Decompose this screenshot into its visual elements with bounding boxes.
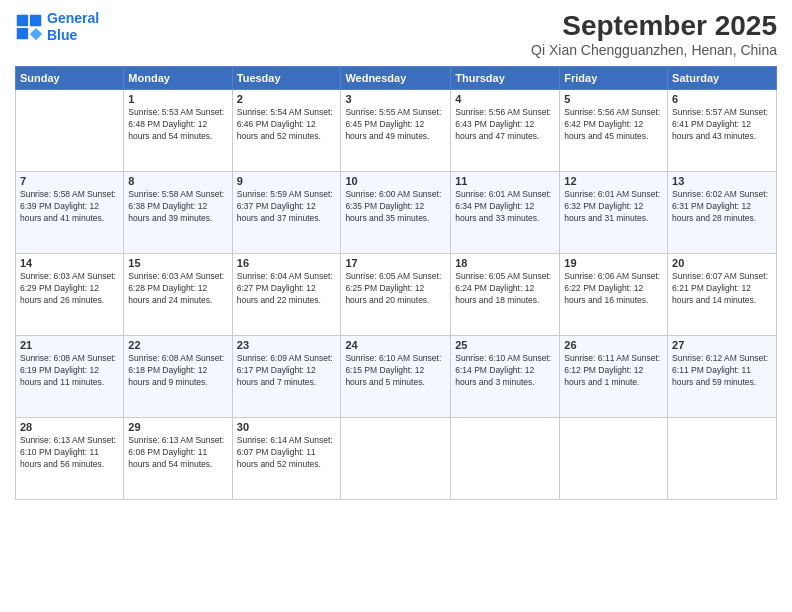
day-number: 12 [564, 175, 663, 187]
day-number: 11 [455, 175, 555, 187]
day-number: 15 [128, 257, 227, 269]
day-info: Sunrise: 5:56 AM Sunset: 6:42 PM Dayligh… [564, 107, 663, 143]
day-info: Sunrise: 6:13 AM Sunset: 6:10 PM Dayligh… [20, 435, 119, 471]
table-row: 27Sunrise: 6:12 AM Sunset: 6:11 PM Dayli… [668, 336, 777, 418]
day-info: Sunrise: 5:58 AM Sunset: 6:38 PM Dayligh… [128, 189, 227, 225]
table-row: 1Sunrise: 5:53 AM Sunset: 6:48 PM Daylig… [124, 90, 232, 172]
table-row: 9Sunrise: 5:59 AM Sunset: 6:37 PM Daylig… [232, 172, 341, 254]
svg-rect-1 [30, 15, 41, 26]
day-number: 23 [237, 339, 337, 351]
title-block: September 2025 Qi Xian Chengguanzhen, He… [531, 10, 777, 58]
table-row: 2Sunrise: 5:54 AM Sunset: 6:46 PM Daylig… [232, 90, 341, 172]
col-tuesday: Tuesday [232, 67, 341, 90]
col-thursday: Thursday [451, 67, 560, 90]
calendar-week-4: 21Sunrise: 6:08 AM Sunset: 6:19 PM Dayli… [16, 336, 777, 418]
table-row [341, 418, 451, 500]
day-number: 17 [345, 257, 446, 269]
day-info: Sunrise: 6:12 AM Sunset: 6:11 PM Dayligh… [672, 353, 772, 389]
day-number: 9 [237, 175, 337, 187]
table-row: 12Sunrise: 6:01 AM Sunset: 6:32 PM Dayli… [560, 172, 668, 254]
day-info: Sunrise: 6:11 AM Sunset: 6:12 PM Dayligh… [564, 353, 663, 389]
col-wednesday: Wednesday [341, 67, 451, 90]
col-saturday: Saturday [668, 67, 777, 90]
day-number: 8 [128, 175, 227, 187]
table-row: 16Sunrise: 6:04 AM Sunset: 6:27 PM Dayli… [232, 254, 341, 336]
table-row: 23Sunrise: 6:09 AM Sunset: 6:17 PM Dayli… [232, 336, 341, 418]
day-number: 16 [237, 257, 337, 269]
day-info: Sunrise: 5:59 AM Sunset: 6:37 PM Dayligh… [237, 189, 337, 225]
day-number: 18 [455, 257, 555, 269]
table-row: 7Sunrise: 5:58 AM Sunset: 6:39 PM Daylig… [16, 172, 124, 254]
col-friday: Friday [560, 67, 668, 90]
table-row: 26Sunrise: 6:11 AM Sunset: 6:12 PM Dayli… [560, 336, 668, 418]
day-info: Sunrise: 6:08 AM Sunset: 6:18 PM Dayligh… [128, 353, 227, 389]
day-number: 1 [128, 93, 227, 105]
logo: General Blue [15, 10, 99, 44]
day-info: Sunrise: 5:56 AM Sunset: 6:43 PM Dayligh… [455, 107, 555, 143]
day-number: 24 [345, 339, 446, 351]
day-number: 28 [20, 421, 119, 433]
day-info: Sunrise: 6:01 AM Sunset: 6:34 PM Dayligh… [455, 189, 555, 225]
day-number: 7 [20, 175, 119, 187]
day-info: Sunrise: 6:04 AM Sunset: 6:27 PM Dayligh… [237, 271, 337, 307]
calendar-week-3: 14Sunrise: 6:03 AM Sunset: 6:29 PM Dayli… [16, 254, 777, 336]
table-row [16, 90, 124, 172]
day-info: Sunrise: 5:55 AM Sunset: 6:45 PM Dayligh… [345, 107, 446, 143]
calendar-header-row: Sunday Monday Tuesday Wednesday Thursday… [16, 67, 777, 90]
day-info: Sunrise: 6:10 AM Sunset: 6:14 PM Dayligh… [455, 353, 555, 389]
day-number: 4 [455, 93, 555, 105]
page: General Blue September 2025 Qi Xian Chen… [0, 0, 792, 612]
day-info: Sunrise: 5:53 AM Sunset: 6:48 PM Dayligh… [128, 107, 227, 143]
table-row: 19Sunrise: 6:06 AM Sunset: 6:22 PM Dayli… [560, 254, 668, 336]
day-number: 26 [564, 339, 663, 351]
table-row: 28Sunrise: 6:13 AM Sunset: 6:10 PM Dayli… [16, 418, 124, 500]
day-number: 22 [128, 339, 227, 351]
table-row: 13Sunrise: 6:02 AM Sunset: 6:31 PM Dayli… [668, 172, 777, 254]
logo-icon [15, 13, 43, 41]
logo-line2: Blue [47, 27, 77, 43]
table-row: 24Sunrise: 6:10 AM Sunset: 6:15 PM Dayli… [341, 336, 451, 418]
calendar-table: Sunday Monday Tuesday Wednesday Thursday… [15, 66, 777, 500]
day-number: 19 [564, 257, 663, 269]
day-info: Sunrise: 6:06 AM Sunset: 6:22 PM Dayligh… [564, 271, 663, 307]
day-info: Sunrise: 6:01 AM Sunset: 6:32 PM Dayligh… [564, 189, 663, 225]
table-row: 15Sunrise: 6:03 AM Sunset: 6:28 PM Dayli… [124, 254, 232, 336]
table-row: 25Sunrise: 6:10 AM Sunset: 6:14 PM Dayli… [451, 336, 560, 418]
table-row: 18Sunrise: 6:05 AM Sunset: 6:24 PM Dayli… [451, 254, 560, 336]
day-number: 25 [455, 339, 555, 351]
day-info: Sunrise: 5:57 AM Sunset: 6:41 PM Dayligh… [672, 107, 772, 143]
table-row: 20Sunrise: 6:07 AM Sunset: 6:21 PM Dayli… [668, 254, 777, 336]
svg-rect-0 [17, 15, 28, 26]
table-row: 29Sunrise: 6:13 AM Sunset: 6:08 PM Dayli… [124, 418, 232, 500]
table-row: 30Sunrise: 6:14 AM Sunset: 6:07 PM Dayli… [232, 418, 341, 500]
day-info: Sunrise: 6:08 AM Sunset: 6:19 PM Dayligh… [20, 353, 119, 389]
day-number: 29 [128, 421, 227, 433]
col-sunday: Sunday [16, 67, 124, 90]
day-number: 30 [237, 421, 337, 433]
day-number: 6 [672, 93, 772, 105]
day-info: Sunrise: 6:10 AM Sunset: 6:15 PM Dayligh… [345, 353, 446, 389]
day-info: Sunrise: 6:13 AM Sunset: 6:08 PM Dayligh… [128, 435, 227, 471]
table-row: 5Sunrise: 5:56 AM Sunset: 6:42 PM Daylig… [560, 90, 668, 172]
day-number: 27 [672, 339, 772, 351]
table-row: 6Sunrise: 5:57 AM Sunset: 6:41 PM Daylig… [668, 90, 777, 172]
calendar-week-2: 7Sunrise: 5:58 AM Sunset: 6:39 PM Daylig… [16, 172, 777, 254]
logo-line1: General [47, 10, 99, 26]
day-info: Sunrise: 6:05 AM Sunset: 6:25 PM Dayligh… [345, 271, 446, 307]
day-number: 20 [672, 257, 772, 269]
col-monday: Monday [124, 67, 232, 90]
location: Qi Xian Chengguanzhen, Henan, China [531, 42, 777, 58]
day-info: Sunrise: 6:00 AM Sunset: 6:35 PM Dayligh… [345, 189, 446, 225]
calendar-week-1: 1Sunrise: 5:53 AM Sunset: 6:48 PM Daylig… [16, 90, 777, 172]
logo-text: General Blue [47, 10, 99, 44]
table-row [668, 418, 777, 500]
table-row [451, 418, 560, 500]
table-row [560, 418, 668, 500]
svg-marker-3 [30, 28, 42, 40]
header: General Blue September 2025 Qi Xian Chen… [15, 10, 777, 58]
day-info: Sunrise: 6:14 AM Sunset: 6:07 PM Dayligh… [237, 435, 337, 471]
day-number: 14 [20, 257, 119, 269]
table-row: 4Sunrise: 5:56 AM Sunset: 6:43 PM Daylig… [451, 90, 560, 172]
table-row: 17Sunrise: 6:05 AM Sunset: 6:25 PM Dayli… [341, 254, 451, 336]
day-number: 10 [345, 175, 446, 187]
